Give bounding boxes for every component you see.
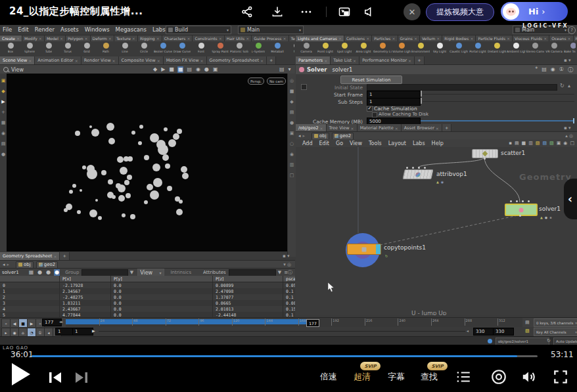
shelf-tab[interactable]: Vellum× [420, 35, 442, 41]
shelf-tab[interactable]: Model× [45, 35, 66, 41]
table-row[interactable]: 54.778440.0-2.441480.1 [0, 312, 295, 317]
more-icon[interactable] [297, 4, 315, 20]
shelf-tab[interactable]: Particles× [372, 35, 398, 41]
transport-button[interactable]: ▶ [27, 318, 36, 328]
shelf-tool-camera[interactable]: Camera [297, 41, 315, 56]
display-option-icon[interactable]: ◆ [290, 100, 293, 104]
allow-caching-checkbox[interactable] [372, 112, 377, 118]
scene-viewport[interactable]: Persp. No cam [7, 74, 287, 251]
spreadsheet-mode-icon[interactable]: ● [45, 269, 51, 276]
display-option-icon[interactable]: ◉ [290, 152, 294, 157]
shelf-tab[interactable]: Viscous Fluids× [513, 35, 549, 41]
shelf-tab[interactable]: Create× [0, 35, 22, 41]
viewport-corner-icon[interactable]: ▾ [288, 66, 292, 73]
shelf-tool-volume-light[interactable]: Volume Light [392, 41, 411, 56]
display-option-icon[interactable]: ◎ [290, 79, 294, 83]
parameter-header-icon[interactable]: ◉ [551, 66, 555, 74]
shelf-tool-vr-camera[interactable]: VR Camera [545, 41, 563, 56]
column-header[interactable]: P[x] [60, 276, 111, 282]
close-icon[interactable]: × [507, 36, 510, 41]
close-icon[interactable]: × [187, 36, 190, 41]
input-ports[interactable] [510, 200, 530, 202]
summarize-video-button[interactable]: 提炼视频大意 [426, 3, 494, 21]
video-progress-bar[interactable] [32, 355, 538, 357]
shelf-tab[interactable]: Collisions× [344, 35, 372, 41]
download-icon[interactable] [268, 4, 287, 20]
frame-step-icons[interactable]: ◂▸ [59, 319, 63, 324]
playback-speed-button[interactable]: 倍速 [320, 371, 337, 383]
viewport-tool-icon[interactable]: ▣ [1, 79, 6, 83]
close-icon[interactable]: × [324, 58, 327, 63]
viewport-mode-icon[interactable]: ▶ [160, 66, 166, 73]
pane-corner-icons[interactable]: ▪ ▾ [283, 253, 289, 259]
pin-icon[interactable]: ▴ ◎ [565, 133, 573, 139]
range-start-field[interactable]: 1 [55, 328, 74, 336]
column-header[interactable]: P[z] [213, 276, 283, 282]
pane-tab[interactable]: Animation Editor× [35, 56, 81, 64]
transport-button[interactable]: ◀ [10, 318, 19, 328]
close-icon[interactable]: × [320, 126, 323, 131]
playlist-icon[interactable] [455, 368, 472, 388]
shelf-tool-bezier-curve[interactable]: Bezier Curve [154, 41, 172, 56]
scene-selector[interactable]: Main ▾ [238, 26, 304, 34]
shelf-tab[interactable]: Oceans× [549, 35, 573, 41]
output-port[interactable] [519, 215, 521, 217]
network-menu-item[interactable]: Labs [413, 141, 425, 146]
close-icon[interactable]: × [436, 36, 440, 41]
close-icon[interactable]: × [28, 58, 32, 63]
shelf-tool-bake-texture[interactable]: Bake Texture [564, 41, 576, 56]
cache-simulation-checkbox[interactable]: ✓ [367, 106, 373, 112]
find-button[interactable]: 查找 [421, 371, 438, 383]
side-panel-toggle[interactable]: ‹ [564, 179, 577, 219]
viewport-tool-icon[interactable]: ▦ [1, 121, 6, 125]
table-row[interactable]: 0-2.179280.00.008990.05 [0, 282, 295, 288]
key-icon[interactable]: ▨ [525, 328, 530, 334]
display-option-icon[interactable]: ▥ [290, 163, 294, 167]
shelf-tab[interactable]: Hair Utils× [225, 35, 252, 41]
network-menu-item[interactable]: Layout [388, 141, 406, 146]
menu-item[interactable]: Assets [60, 26, 79, 33]
shelf-tab[interactable]: Terrain FX× [289, 35, 296, 41]
close-icon[interactable]: × [157, 58, 160, 63]
network-toolbar-icon[interactable]: ▨ [549, 141, 554, 146]
playback-option-button[interactable]: ▸ [1, 328, 11, 337]
table-row[interactable]: 42.436670.02.010130.15 [0, 306, 295, 312]
close-icon[interactable]: × [60, 36, 63, 41]
pane-tab[interactable]: Motion FX View× [164, 56, 207, 64]
pane-tab[interactable]: + [60, 252, 69, 260]
node-scatter1[interactable] [472, 149, 498, 158]
shelf-tool-caustic-light[interactable]: Caustic Light [450, 41, 468, 56]
viewport-tool-icon[interactable]: ◆ [1, 89, 5, 94]
menu-item[interactable]: Render [35, 26, 55, 33]
fullscreen-icon[interactable] [552, 368, 569, 388]
pane-tab[interactable]: Parameters× [296, 56, 331, 64]
shelf-tool-l-system[interactable]: L-System [249, 41, 267, 56]
display-option-icon[interactable]: □ [290, 173, 294, 178]
close-icon[interactable]: × [351, 126, 354, 131]
column-header[interactable] [0, 276, 60, 282]
desktop-selector[interactable]: Build ▾ [166, 26, 231, 34]
shelf-tool-font[interactable]: Font [192, 41, 210, 56]
close-icon[interactable]: × [246, 36, 249, 41]
shelf-tool-geometry-light[interactable]: Geometry Light [373, 41, 392, 56]
pane-tab[interactable]: Performance Monitor× [359, 56, 415, 64]
filter-icon[interactable]: ▼ [130, 270, 133, 275]
close-icon[interactable]: × [436, 126, 439, 131]
breadcrumb-geo2[interactable]: geo2 [332, 133, 354, 140]
refresh-icon[interactable]: ↻ [547, 338, 551, 343]
playback-option-button[interactable]: ◂ [44, 328, 53, 337]
node-solver1[interactable] [505, 204, 538, 216]
display-option-icon[interactable]: ▣ [290, 131, 294, 136]
shelf-tab[interactable]: Characters× [162, 35, 193, 41]
forward-icon[interactable]: ▸ [7, 262, 10, 267]
close-icon[interactable]: × [156, 36, 160, 41]
viewport-tool-icon[interactable]: ● [1, 152, 5, 157]
output-port[interactable] [484, 158, 486, 160]
shelf-tool-line[interactable]: Line [116, 41, 134, 56]
shelf-tab[interactable]: Rigging× [138, 35, 162, 41]
info-icon[interactable]: ⓘ [288, 269, 292, 276]
network-menu-item[interactable]: View [350, 141, 362, 146]
network-menu-item[interactable]: Help [432, 141, 444, 146]
parameter-header-icon[interactable]: ① [559, 66, 564, 74]
keyframe-options-icon[interactable]: ▤ [525, 320, 530, 325]
